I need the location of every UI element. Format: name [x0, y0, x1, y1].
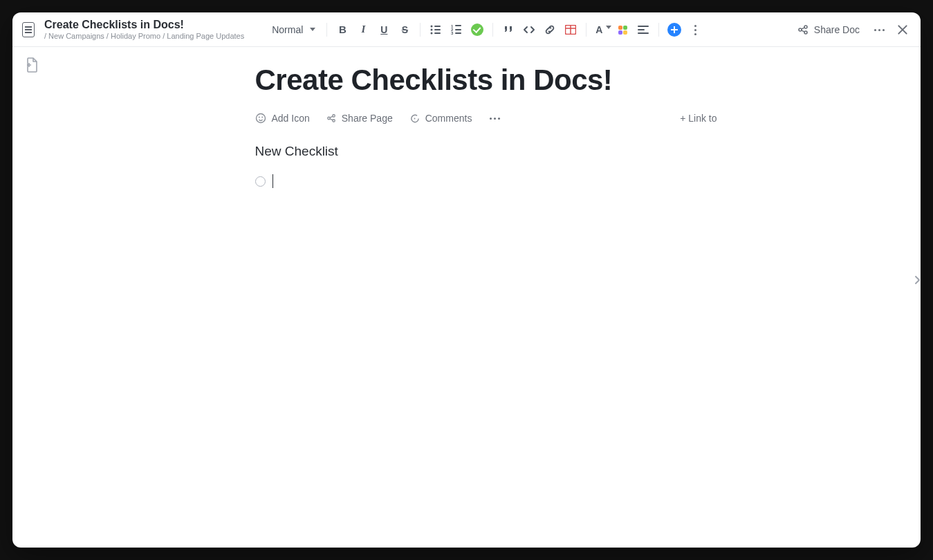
quote-button[interactable]: [500, 21, 517, 38]
checklist-item[interactable]: [255, 174, 717, 188]
page-actions: Add Icon Share Page: [255, 112, 717, 124]
svg-point-0: [431, 25, 433, 27]
more-horizontal-icon: [873, 24, 885, 36]
underline-button[interactable]: U: [376, 21, 392, 38]
add-icon-action[interactable]: Add Icon: [255, 113, 310, 124]
insert-button[interactable]: [666, 21, 683, 38]
toolbar-separator: [658, 23, 659, 37]
svg-point-2: [431, 28, 433, 30]
toolbar-more-button[interactable]: [687, 21, 703, 38]
add-icon-label: Add Icon: [272, 113, 310, 124]
bold-button[interactable]: B: [334, 21, 351, 38]
toolbar-separator: [492, 23, 493, 37]
share-page-label: Share Page: [342, 113, 393, 124]
svg-rect-5: [434, 32, 441, 34]
svg-rect-3: [434, 29, 441, 30]
toolbar-separator: [586, 23, 586, 37]
colors-icon: [617, 24, 628, 35]
plus-circle-icon: [667, 23, 681, 37]
svg-text:3: 3: [451, 31, 454, 35]
checklist-button[interactable]: [469, 21, 486, 38]
breadcrumb[interactable]: / New Campaigns / Holiday Promo / Landin…: [44, 32, 244, 40]
svg-rect-17: [638, 32, 649, 34]
italic-button[interactable]: I: [355, 21, 371, 38]
svg-line-31: [330, 116, 333, 118]
svg-point-29: [333, 115, 335, 118]
header-toolbar: Create Checklists in Docs! / New Campaig…: [12, 12, 921, 47]
checklist-checkbox[interactable]: [255, 176, 266, 187]
svg-line-21: [802, 27, 805, 28]
left-gutter: [12, 47, 51, 548]
strikethrough-button[interactable]: S: [396, 21, 413, 38]
bullet-list-button[interactable]: [427, 21, 444, 38]
close-icon: [896, 24, 909, 36]
page-title[interactable]: Create Checklists in Docs!: [255, 64, 717, 97]
svg-point-18: [799, 28, 802, 31]
share-doc-label: Share Doc: [814, 24, 860, 35]
more-vertical-icon: [689, 24, 701, 36]
text-style-dropdown[interactable]: Normal: [268, 23, 320, 37]
link-to-action[interactable]: + Link to: [680, 113, 717, 124]
share-icon: [797, 24, 809, 35]
content-area[interactable]: Create Checklists in Docs! Add Icon: [51, 47, 921, 548]
text-style-value: Normal: [272, 24, 303, 35]
share-doc-button[interactable]: Share Doc: [793, 21, 864, 38]
text-cursor: [272, 174, 273, 188]
title-block: Create Checklists in Docs! / New Campaig…: [44, 19, 244, 39]
svg-point-27: [261, 117, 263, 118]
share-page-action[interactable]: Share Page: [326, 113, 393, 124]
svg-point-20: [804, 31, 807, 34]
chevron-down-icon: [606, 26, 611, 29]
toolbar-separator: [326, 23, 327, 37]
table-button[interactable]: [562, 21, 579, 38]
font-color-button[interactable]: A: [593, 21, 610, 38]
svg-point-33: [414, 118, 415, 119]
header-more-button[interactable]: [871, 21, 887, 38]
svg-rect-16: [638, 29, 645, 30]
svg-rect-15: [638, 26, 649, 27]
svg-rect-1: [434, 26, 441, 27]
svg-line-32: [330, 119, 333, 120]
align-button[interactable]: [635, 21, 652, 38]
comments-label: Comments: [425, 113, 472, 124]
svg-point-25: [256, 114, 265, 123]
formatting-toolbar: Normal B I U S 1: [268, 21, 703, 38]
numbered-list-button[interactable]: 1 2 3: [448, 21, 465, 38]
svg-rect-7: [455, 25, 461, 26]
comments-action[interactable]: Comments: [409, 113, 472, 124]
svg-rect-11: [455, 32, 461, 34]
chevron-right-icon: [914, 274, 921, 286]
highlight-color-button[interactable]: [614, 21, 631, 38]
svg-point-19: [804, 26, 807, 28]
doc-body: Create Checklists in Docs! Add Icon: [12, 47, 921, 548]
section-heading[interactable]: New Checklist: [255, 144, 717, 159]
doc-icon: [22, 22, 35, 37]
share-icon: [326, 113, 336, 123]
check-circle-icon: [471, 24, 483, 36]
side-panel-toggle[interactable]: [912, 266, 921, 294]
page-more-button[interactable]: [488, 112, 501, 124]
link-button[interactable]: [542, 21, 558, 38]
close-button[interactable]: [894, 21, 911, 38]
svg-point-28: [328, 117, 331, 120]
code-button[interactable]: [521, 21, 537, 38]
emoji-icon: [255, 113, 266, 124]
svg-point-30: [333, 120, 335, 122]
doc-title[interactable]: Create Checklists in Docs!: [44, 19, 244, 31]
doc-window: Create Checklists in Docs! / New Campaig…: [12, 12, 921, 548]
toolbar-separator: [420, 23, 421, 37]
svg-point-26: [258, 117, 259, 118]
content-inner: Create Checklists in Docs! Add Icon: [244, 64, 728, 188]
comment-icon: [409, 113, 420, 124]
svg-line-22: [802, 30, 805, 31]
add-page-button[interactable]: [24, 57, 40, 73]
svg-point-4: [431, 32, 433, 34]
svg-rect-9: [455, 29, 461, 30]
chevron-down-icon: [310, 28, 315, 31]
